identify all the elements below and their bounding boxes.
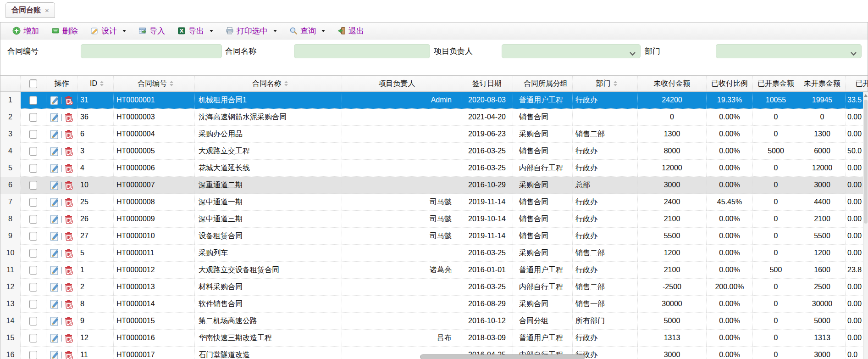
vertical-scrollbar-thumb[interactable] (864, 100, 868, 224)
query-button[interactable]: 查询 (289, 26, 325, 36)
edit-icon[interactable] (50, 197, 60, 208)
cell-unpaid: 0 (638, 109, 707, 126)
row-checkbox[interactable] (29, 351, 37, 359)
edit-icon[interactable] (50, 316, 60, 326)
project-manager-select[interactable] (502, 44, 641, 58)
delete-row-icon[interactable] (63, 163, 74, 174)
row-checkbox[interactable] (29, 249, 37, 258)
add-button[interactable]: 增加 (12, 26, 39, 36)
edit-icon[interactable] (50, 231, 60, 241)
delete-row-icon[interactable] (63, 129, 74, 140)
delete-row-icon[interactable] (63, 112, 74, 123)
row-checkbox[interactable] (29, 232, 37, 241)
print-selected-button[interactable]: 打印选中 (226, 26, 277, 36)
cell-invoiced: 0 (753, 330, 799, 347)
delete-row-icon[interactable] (63, 265, 74, 275)
edit-icon[interactable] (50, 129, 60, 140)
edit-icon[interactable] (50, 180, 60, 191)
table-row[interactable]: 43HT0000005大观路立交工程2016-03-25销售合同行政办80000… (0, 143, 868, 160)
select-all-checkbox[interactable] (29, 79, 37, 88)
row-checkbox[interactable] (29, 181, 37, 190)
row-checkbox[interactable] (29, 130, 37, 139)
row-checkbox[interactable] (29, 147, 37, 156)
delete-row-icon[interactable] (63, 282, 74, 292)
cell-name: 采购列车 (195, 245, 342, 262)
edit-icon[interactable] (50, 248, 60, 258)
row-number: 7 (0, 194, 21, 211)
contract-code-label: 合同编号 (7, 44, 39, 58)
table-row[interactable]: 122HT0000013材料采购合同2016-03-25内部自行工程销售二部-2… (0, 279, 868, 296)
ops-cell (46, 126, 77, 143)
delete-row-icon[interactable] (63, 95, 74, 106)
col-header-dept[interactable]: 部门 (573, 76, 638, 91)
contract-name-input[interactable] (294, 44, 430, 58)
table-row[interactable]: 1512HT0000016华南快速三期改造工程吕布2018-03-09普通用户工… (0, 330, 868, 347)
edit-icon[interactable] (50, 146, 60, 157)
table-row[interactable]: 927HT0000010设备租赁合同司马懿2019-11-14销售合同行政办55… (0, 228, 868, 245)
delete-row-icon[interactable] (63, 248, 74, 258)
row-checkbox[interactable] (29, 198, 37, 207)
delete-row-icon[interactable] (63, 316, 74, 326)
row-checkbox[interactable] (29, 164, 37, 173)
col-header-invratio: 已开票比例 (846, 76, 868, 91)
row-checkbox[interactable] (29, 215, 37, 224)
row-checkbox[interactable] (29, 317, 37, 325)
table-row[interactable]: 111HT0000012大观路立交设备租赁合同诸葛亮2016-01-01普通用户… (0, 262, 868, 279)
cell-ratio: 0.00% (707, 228, 753, 245)
table-row[interactable]: 36HT0000004采购办公用品2019-06-23采购合同销售二部13000… (0, 126, 868, 143)
edit-icon[interactable] (50, 163, 60, 174)
row-checkbox[interactable] (29, 96, 37, 105)
horizontal-scrollbar-thumb[interactable] (420, 354, 585, 359)
contract-code-input[interactable] (81, 44, 222, 58)
table-row[interactable]: 826HT0000009深中通道三期司马懿2019-10-14销售合同行政办21… (0, 211, 868, 228)
tab-contract-ledger[interactable]: 合同台账 × (6, 2, 55, 18)
col-header-id[interactable]: ID (77, 76, 114, 91)
cell-group: 普通用户工程 (513, 92, 573, 109)
row-checkbox[interactable] (29, 300, 37, 309)
edit-icon[interactable] (50, 282, 60, 292)
scroll-up-icon[interactable] (864, 94, 868, 97)
row-checkbox[interactable] (29, 266, 37, 275)
table-row[interactable]: 725HT0000008深中通道一期司马懿2019-11-14销售合同行政办24… (0, 194, 868, 211)
edit-icon[interactable] (50, 95, 60, 106)
export-button[interactable]: X 导出 (177, 26, 213, 36)
edit-icon[interactable] (50, 265, 60, 275)
delete-row-icon[interactable] (63, 299, 74, 309)
cell-uninvoiced: 6000 (799, 143, 846, 160)
edit-icon[interactable] (50, 299, 60, 309)
import-button[interactable]: 导入 (138, 26, 165, 36)
edit-icon[interactable] (50, 333, 60, 343)
delete-button[interactable]: 删除 (51, 26, 78, 36)
table-row[interactable]: 131HT0000001机械租用合同1Admin2020-08-03普通用户工程… (0, 92, 868, 109)
delete-row-icon[interactable] (63, 214, 74, 224)
table-row[interactable]: 236HT0000003沈海高速钢筋水泥采购合同2021-04-20销售合同00… (0, 109, 868, 126)
table-row[interactable]: 54HT0000006花城大道延长线2016-03-25内部自行工程行政办120… (0, 160, 868, 177)
row-checkbox[interactable] (29, 334, 37, 342)
edit-icon[interactable] (50, 214, 60, 224)
table-row[interactable]: 610HT0000007深重通道二期2016-10-29采购合同总部30000.… (0, 177, 868, 194)
col-header-name[interactable]: 合同名称 (195, 76, 342, 91)
tab-close-icon[interactable]: × (45, 7, 49, 14)
col-header-check (21, 76, 46, 91)
department-select[interactable] (716, 44, 862, 58)
delete-row-icon[interactable] (63, 350, 74, 359)
design-button[interactable]: 设计 (90, 26, 126, 36)
row-checkbox[interactable] (29, 113, 37, 122)
cell-ratio: 0.00% (707, 347, 753, 359)
table-row[interactable]: 105HT0000011采购列车2016-03-25采购合同销售二部12000.… (0, 245, 868, 262)
vertical-scrollbar[interactable] (863, 92, 868, 359)
table-row[interactable]: 138HT0000014软件销售合同2016-08-29采购合同销售一部3000… (0, 296, 868, 313)
table-row[interactable]: 149HT0000015第二机场高速公路2016-10-12合同分组所有部门50… (0, 313, 868, 330)
delete-row-icon[interactable] (63, 146, 74, 157)
delete-row-icon[interactable] (63, 333, 74, 343)
delete-row-icon[interactable] (63, 231, 74, 241)
cell-code: HT0000013 (114, 279, 195, 296)
row-checkbox[interactable] (29, 283, 37, 292)
edit-icon[interactable] (50, 350, 60, 359)
delete-row-icon[interactable] (63, 180, 74, 191)
exit-button[interactable]: 退出 (337, 26, 364, 36)
checkbox-cell (21, 92, 46, 109)
delete-row-icon[interactable] (63, 197, 74, 208)
edit-icon[interactable] (50, 112, 60, 123)
col-header-code[interactable]: 合同编号 (114, 76, 195, 91)
